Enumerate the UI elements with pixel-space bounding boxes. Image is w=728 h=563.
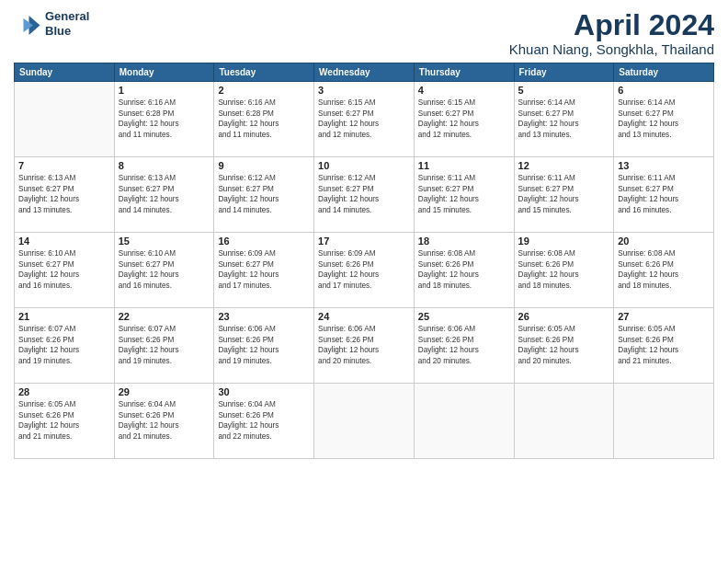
weekday-header-cell: Saturday xyxy=(614,63,714,82)
day-number: 26 xyxy=(518,311,610,322)
calendar-cell: 24Sunrise: 6:06 AMSunset: 6:26 PMDayligh… xyxy=(314,308,415,384)
day-number: 11 xyxy=(418,160,510,171)
calendar-cell xyxy=(314,384,415,459)
day-info: Sunrise: 6:14 AMSunset: 6:27 PMDaylight:… xyxy=(618,98,710,140)
day-info: Sunrise: 6:16 AMSunset: 6:28 PMDaylight:… xyxy=(119,98,210,140)
day-number: 16 xyxy=(218,236,310,247)
calendar-cell: 30Sunrise: 6:04 AMSunset: 6:26 PMDayligh… xyxy=(214,384,314,459)
calendar-week-row: 7Sunrise: 6:13 AMSunset: 6:27 PMDaylight… xyxy=(15,157,714,233)
calendar-week-row: 1Sunrise: 6:16 AMSunset: 6:28 PMDaylight… xyxy=(15,82,714,157)
day-number: 10 xyxy=(318,160,410,171)
month-title: April 2024 xyxy=(509,9,714,41)
day-number: 4 xyxy=(418,85,510,96)
weekday-header-cell: Tuesday xyxy=(214,63,314,82)
calendar-cell: 16Sunrise: 6:09 AMSunset: 6:27 PMDayligh… xyxy=(214,233,314,308)
day-info: Sunrise: 6:08 AMSunset: 6:26 PMDaylight:… xyxy=(618,248,710,291)
day-number: 17 xyxy=(318,236,410,247)
day-info: Sunrise: 6:04 AMSunset: 6:26 PMDaylight:… xyxy=(218,399,310,442)
day-info: Sunrise: 6:04 AMSunset: 6:26 PMDaylight:… xyxy=(119,399,210,442)
weekday-header-cell: Sunday xyxy=(15,63,115,82)
calendar-week-row: 14Sunrise: 6:10 AMSunset: 6:27 PMDayligh… xyxy=(15,233,714,308)
day-info: Sunrise: 6:09 AMSunset: 6:27 PMDaylight:… xyxy=(218,248,310,291)
location-title: Khuan Niang, Songkhla, Thailand xyxy=(509,41,714,57)
calendar-cell: 15Sunrise: 6:10 AMSunset: 6:27 PMDayligh… xyxy=(114,233,214,308)
day-number: 21 xyxy=(18,311,110,322)
calendar-cell: 12Sunrise: 6:11 AMSunset: 6:27 PMDayligh… xyxy=(514,157,614,233)
page: General Blue April 2024 Khuan Niang, Son… xyxy=(0,0,728,563)
calendar-cell: 13Sunrise: 6:11 AMSunset: 6:27 PMDayligh… xyxy=(614,157,714,233)
day-number: 20 xyxy=(618,236,710,247)
day-number: 2 xyxy=(218,85,310,96)
day-info: Sunrise: 6:16 AMSunset: 6:28 PMDaylight:… xyxy=(218,98,310,140)
day-number: 14 xyxy=(18,236,110,247)
calendar-cell: 14Sunrise: 6:10 AMSunset: 6:27 PMDayligh… xyxy=(15,233,115,308)
day-info: Sunrise: 6:09 AMSunset: 6:26 PMDaylight:… xyxy=(318,248,410,291)
day-info: Sunrise: 6:10 AMSunset: 6:27 PMDaylight:… xyxy=(119,248,210,291)
day-info: Sunrise: 6:15 AMSunset: 6:27 PMDaylight:… xyxy=(418,98,510,140)
day-number: 22 xyxy=(119,311,210,322)
day-number: 29 xyxy=(119,386,210,397)
day-number: 13 xyxy=(618,160,710,171)
day-info: Sunrise: 6:05 AMSunset: 6:26 PMDaylight:… xyxy=(18,399,110,442)
title-block: April 2024 Khuan Niang, Songkhla, Thaila… xyxy=(509,9,714,57)
day-number: 28 xyxy=(18,386,110,397)
calendar-cell: 6Sunrise: 6:14 AMSunset: 6:27 PMDaylight… xyxy=(614,82,714,157)
day-info: Sunrise: 6:15 AMSunset: 6:27 PMDaylight:… xyxy=(318,98,410,140)
day-info: Sunrise: 6:11 AMSunset: 6:27 PMDaylight:… xyxy=(418,173,510,215)
calendar-cell: 5Sunrise: 6:14 AMSunset: 6:27 PMDaylight… xyxy=(514,82,614,157)
day-info: Sunrise: 6:11 AMSunset: 6:27 PMDaylight:… xyxy=(518,173,610,215)
day-number: 1 xyxy=(119,85,210,96)
day-number: 12 xyxy=(518,160,610,171)
day-info: Sunrise: 6:07 AMSunset: 6:26 PMDaylight:… xyxy=(18,324,110,366)
day-number: 7 xyxy=(18,160,110,171)
day-info: Sunrise: 6:13 AMSunset: 6:27 PMDaylight:… xyxy=(18,173,110,215)
calendar-cell: 10Sunrise: 6:12 AMSunset: 6:27 PMDayligh… xyxy=(314,157,415,233)
calendar-cell: 2Sunrise: 6:16 AMSunset: 6:28 PMDaylight… xyxy=(214,82,314,157)
day-number: 6 xyxy=(618,85,710,96)
calendar-cell: 8Sunrise: 6:13 AMSunset: 6:27 PMDaylight… xyxy=(114,157,214,233)
calendar-cell: 19Sunrise: 6:08 AMSunset: 6:26 PMDayligh… xyxy=(514,233,614,308)
day-info: Sunrise: 6:14 AMSunset: 6:27 PMDaylight:… xyxy=(518,98,610,140)
calendar-cell xyxy=(514,384,614,459)
day-info: Sunrise: 6:05 AMSunset: 6:26 PMDaylight:… xyxy=(618,324,710,366)
calendar-cell: 1Sunrise: 6:16 AMSunset: 6:28 PMDaylight… xyxy=(114,82,214,157)
calendar-header: SundayMondayTuesdayWednesdayThursdayFrid… xyxy=(15,63,714,82)
day-info: Sunrise: 6:05 AMSunset: 6:26 PMDaylight:… xyxy=(518,324,610,366)
weekday-header-cell: Thursday xyxy=(414,63,514,82)
weekday-header-cell: Wednesday xyxy=(314,63,415,82)
day-number: 15 xyxy=(119,236,210,247)
day-info: Sunrise: 6:12 AMSunset: 6:27 PMDaylight:… xyxy=(318,173,410,215)
day-number: 25 xyxy=(418,311,510,322)
day-number: 8 xyxy=(119,160,210,171)
day-number: 5 xyxy=(518,85,610,96)
calendar: SundayMondayTuesdayWednesdayThursdayFrid… xyxy=(14,63,714,459)
weekday-header-cell: Monday xyxy=(114,63,214,82)
calendar-week-row: 21Sunrise: 6:07 AMSunset: 6:26 PMDayligh… xyxy=(15,308,714,384)
day-number: 3 xyxy=(318,85,410,96)
calendar-cell: 22Sunrise: 6:07 AMSunset: 6:26 PMDayligh… xyxy=(114,308,214,384)
header: General Blue April 2024 Khuan Niang, Son… xyxy=(14,9,714,57)
day-info: Sunrise: 6:06 AMSunset: 6:26 PMDaylight:… xyxy=(318,324,410,366)
day-info: Sunrise: 6:07 AMSunset: 6:26 PMDaylight:… xyxy=(119,324,210,366)
day-number: 23 xyxy=(218,311,310,322)
calendar-body: 1Sunrise: 6:16 AMSunset: 6:28 PMDaylight… xyxy=(15,82,714,459)
day-info: Sunrise: 6:06 AMSunset: 6:26 PMDaylight:… xyxy=(418,324,510,366)
day-info: Sunrise: 6:11 AMSunset: 6:27 PMDaylight:… xyxy=(618,173,710,215)
calendar-cell: 20Sunrise: 6:08 AMSunset: 6:26 PMDayligh… xyxy=(614,233,714,308)
day-number: 27 xyxy=(618,311,710,322)
day-info: Sunrise: 6:13 AMSunset: 6:27 PMDaylight:… xyxy=(119,173,210,215)
logo: General Blue xyxy=(14,9,89,38)
logo-text: General Blue xyxy=(45,9,89,38)
day-number: 24 xyxy=(318,311,410,322)
calendar-week-row: 28Sunrise: 6:05 AMSunset: 6:26 PMDayligh… xyxy=(15,384,714,459)
day-info: Sunrise: 6:08 AMSunset: 6:26 PMDaylight:… xyxy=(518,248,610,291)
calendar-cell: 4Sunrise: 6:15 AMSunset: 6:27 PMDaylight… xyxy=(414,82,514,157)
calendar-cell: 18Sunrise: 6:08 AMSunset: 6:26 PMDayligh… xyxy=(414,233,514,308)
day-number: 30 xyxy=(218,386,310,397)
calendar-cell: 21Sunrise: 6:07 AMSunset: 6:26 PMDayligh… xyxy=(15,308,115,384)
calendar-cell: 29Sunrise: 6:04 AMSunset: 6:26 PMDayligh… xyxy=(114,384,214,459)
calendar-cell: 17Sunrise: 6:09 AMSunset: 6:26 PMDayligh… xyxy=(314,233,415,308)
calendar-cell: 7Sunrise: 6:13 AMSunset: 6:27 PMDaylight… xyxy=(15,157,115,233)
weekday-header-cell: Friday xyxy=(514,63,614,82)
calendar-cell: 11Sunrise: 6:11 AMSunset: 6:27 PMDayligh… xyxy=(414,157,514,233)
